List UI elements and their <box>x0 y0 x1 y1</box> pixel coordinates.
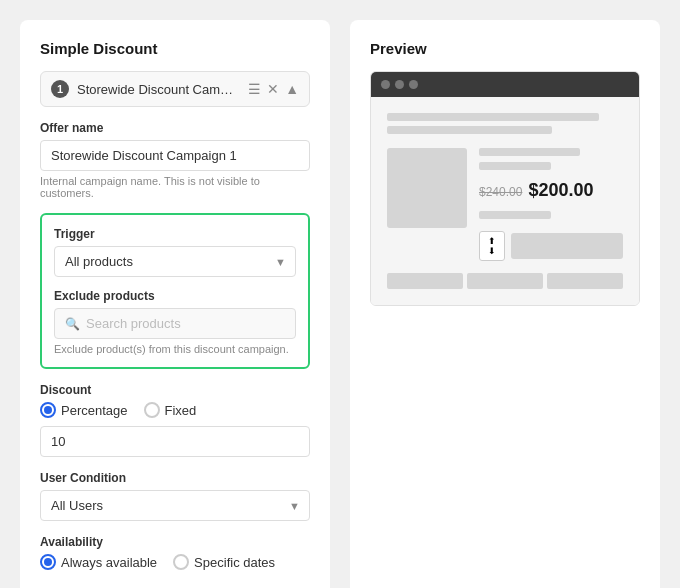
browser-dot-2 <box>395 80 404 89</box>
exclude-products-group: Exclude products 🔍 Search products Exclu… <box>54 289 296 355</box>
detail-line-3 <box>479 211 551 219</box>
availability-radio-group: Always available Specific dates <box>40 554 310 570</box>
discount-label: Discount <box>40 383 310 397</box>
detail-line-1 <box>479 148 580 156</box>
trigger-group: Trigger All products Specific products S… <box>54 227 296 277</box>
user-condition-section: User Condition All Users Logged In Guest… <box>40 471 310 521</box>
campaign-icons: ☰ ✕ ▲ <box>248 81 299 97</box>
qty-arrows: ⬆⬇ <box>488 236 496 256</box>
hamburger-icon[interactable]: ☰ <box>248 81 261 97</box>
always-available-radio[interactable]: Always available <box>40 554 157 570</box>
specific-dates-outer <box>173 554 189 570</box>
preview-title: Preview <box>370 40 640 57</box>
right-panel: Preview $240 <box>350 20 660 588</box>
campaign-name: Storewide Discount Campaigr <box>77 82 240 97</box>
top-line-1 <box>387 113 599 121</box>
percentage-label: Percentage <box>61 403 128 418</box>
trigger-box: Trigger All products Specific products S… <box>40 213 310 369</box>
always-available-inner <box>44 558 52 566</box>
always-available-label: Always available <box>61 555 157 570</box>
browser-mockup: $240.00 $200.00 ⬆⬇ <box>370 71 640 306</box>
preview-details: $240.00 $200.00 ⬆⬇ <box>479 148 623 261</box>
new-price: $200.00 <box>528 180 593 201</box>
percentage-radio-inner <box>44 406 52 414</box>
detail-line-2 <box>479 162 551 170</box>
campaign-badge: 1 <box>51 80 69 98</box>
percentage-radio-outer <box>40 402 56 418</box>
search-products-box[interactable]: 🔍 Search products <box>54 308 296 339</box>
availability-label: Availability <box>40 535 310 549</box>
trigger-select[interactable]: All products Specific products Specific … <box>54 246 296 277</box>
preview-layout: $240.00 $200.00 ⬆⬇ <box>387 148 623 261</box>
main-container: Simple Discount 1 Storewide Discount Cam… <box>20 20 660 588</box>
bottom-tab-1 <box>387 273 463 289</box>
bottom-tab-2 <box>467 273 543 289</box>
campaign-header: 1 Storewide Discount Campaigr ☰ ✕ ▲ <box>40 71 310 107</box>
add-to-cart-area: ⬆⬇ <box>479 231 623 261</box>
trigger-label: Trigger <box>54 227 296 241</box>
discount-value-input[interactable] <box>40 426 310 457</box>
browser-bar <box>371 72 639 97</box>
top-placeholder-lines <box>387 113 623 134</box>
chevron-up-icon[interactable]: ▲ <box>285 81 299 97</box>
percentage-radio[interactable]: Percentage <box>40 402 128 418</box>
fixed-label: Fixed <box>165 403 197 418</box>
fixed-radio-outer <box>144 402 160 418</box>
price-area: $240.00 $200.00 <box>479 180 623 201</box>
offer-name-hint: Internal campaign name. This is not visi… <box>40 175 310 199</box>
left-panel: Simple Discount 1 Storewide Discount Cam… <box>20 20 330 588</box>
browser-content: $240.00 $200.00 ⬆⬇ <box>371 97 639 305</box>
availability-section: Availability Always available Specific d… <box>40 535 310 570</box>
browser-dot-3 <box>409 80 418 89</box>
product-image-placeholder <box>387 148 467 228</box>
close-icon[interactable]: ✕ <box>267 81 279 97</box>
user-condition-label: User Condition <box>40 471 310 485</box>
offer-name-input[interactable] <box>40 140 310 171</box>
search-icon: 🔍 <box>65 317 80 331</box>
bottom-tab-3 <box>547 273 623 289</box>
user-condition-select-wrapper: All Users Logged In Guests ▼ <box>40 490 310 521</box>
exclude-products-hint: Exclude product(s) from this discount ca… <box>54 343 296 355</box>
add-to-cart-placeholder <box>511 233 623 259</box>
old-price: $240.00 <box>479 185 522 199</box>
trigger-select-wrapper: All products Specific products Specific … <box>54 246 296 277</box>
browser-dot-1 <box>381 80 390 89</box>
specific-dates-radio[interactable]: Specific dates <box>173 554 275 570</box>
discount-type-group: Percentage Fixed <box>40 402 310 418</box>
preview-bottom-tabs <box>387 273 623 289</box>
search-placeholder: Search products <box>86 316 181 331</box>
top-line-2 <box>387 126 552 134</box>
user-condition-select[interactable]: All Users Logged In Guests <box>40 490 310 521</box>
offer-name-group: Offer name Internal campaign name. This … <box>40 121 310 199</box>
fixed-radio[interactable]: Fixed <box>144 402 197 418</box>
always-available-outer <box>40 554 56 570</box>
exclude-products-label: Exclude products <box>54 289 296 303</box>
left-panel-title: Simple Discount <box>40 40 310 57</box>
discount-section: Discount Percentage Fixed <box>40 383 310 457</box>
offer-name-label: Offer name <box>40 121 310 135</box>
specific-dates-label: Specific dates <box>194 555 275 570</box>
qty-box: ⬆⬇ <box>479 231 505 261</box>
